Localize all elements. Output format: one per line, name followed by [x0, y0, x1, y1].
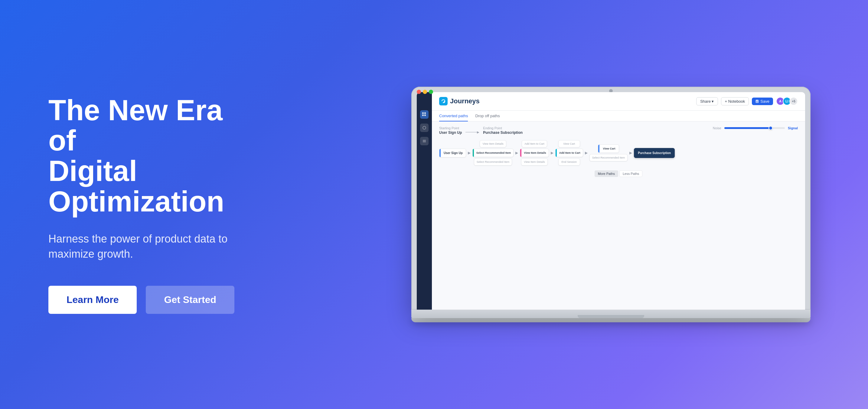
sidebar-icon-2[interactable]: [420, 137, 429, 145]
laptop-base: [411, 310, 810, 318]
flow-node-end: Purchase Subscription: [634, 148, 675, 158]
node-select-recommended: Select Recommended Item: [472, 148, 514, 157]
hero-left-content: The New Era of Digital Optimization Harn…: [49, 95, 245, 314]
flow-node-1: User Sign Up: [439, 148, 466, 158]
hero-subtitle: Harness the power of product data to max…: [49, 231, 245, 262]
arrow-1: ▶: [468, 151, 471, 155]
ending-point-group: Ending Point Purchase Subscription: [483, 126, 523, 135]
starting-point-value: User Sign Up: [439, 131, 462, 135]
noise-slider[interactable]: [724, 127, 785, 129]
learn-more-button[interactable]: Learn More: [49, 286, 137, 314]
node-view-item-details: View Item Details: [520, 148, 549, 157]
node-add-item-to-cart: Add Item to Cart: [555, 148, 583, 157]
avatar-group: A LI +5: [776, 97, 798, 105]
node-alt-add-to-cart: Add Item to Cart: [522, 140, 547, 147]
avatar-count: +5: [789, 97, 798, 105]
laptop-screen-inner: Journeys Share ▾ + Notebook Sa: [417, 92, 805, 310]
node-alt-select-recommended-3: Select Recommended Item: [589, 154, 628, 161]
flow-column-4: View Cart Add Item to Cart End Session: [555, 140, 583, 166]
flow-column-5: View Cart Select Recommended Item: [589, 144, 628, 161]
svg-rect-0: [422, 112, 424, 114]
share-button[interactable]: Share ▾: [696, 97, 718, 105]
svg-rect-5: [756, 100, 757, 101]
path-buttons: More Paths Less Paths: [439, 170, 798, 177]
arrow-3: ▶: [551, 151, 554, 155]
path-arrow: ▶: [465, 126, 479, 134]
sidebar-icon-active[interactable]: [420, 110, 429, 119]
more-paths-button[interactable]: More Paths: [595, 170, 618, 177]
starting-point-label: Starting Point: [439, 126, 462, 130]
laptop: Journeys Share ▾ + Notebook Sa: [411, 87, 810, 322]
app-sidebar: [417, 92, 432, 310]
cta-buttons: Learn More Get Started: [49, 286, 245, 314]
ending-point-label: Ending Point: [483, 126, 523, 130]
journey-meta: Starting Point User Sign Up ▶ Ending Poi…: [439, 126, 798, 135]
arrow-5: ▶: [629, 151, 632, 155]
node-alt-view-cart: View Cart: [558, 140, 580, 147]
logo-name: Journeys: [450, 97, 480, 105]
save-button[interactable]: Save: [752, 98, 773, 105]
logo-icon: [439, 97, 447, 105]
node-alt-view-item: View Item Details: [480, 140, 506, 147]
hero-title: The New Era of Digital Optimization: [49, 95, 245, 217]
app-tabs: Converted paths Drop off paths: [432, 110, 805, 122]
flow-column-2: View Item Details Select Recommended Ite…: [472, 140, 514, 166]
flow-column-3: Add Item to Cart View Item Details View …: [520, 140, 549, 166]
laptop-mockup: Journeys Share ▾ + Notebook Sa: [402, 61, 819, 348]
journey-content: Starting Point User Sign Up ▶ Ending Poi…: [432, 122, 805, 310]
laptop-screen-outer: Journeys Share ▾ + Notebook Sa: [411, 87, 810, 310]
node-user-sign-up: User Sign Up: [439, 148, 466, 158]
app-logo: Journeys: [439, 97, 480, 105]
node-purchase-subscription: Purchase Subscription: [634, 148, 675, 158]
app-main: Journeys Share ▾ + Notebook Sa: [432, 92, 805, 310]
svg-rect-3: [424, 114, 426, 116]
tab-drop-off-paths[interactable]: Drop off paths: [475, 110, 500, 121]
svg-rect-6: [756, 101, 758, 102]
svg-point-4: [423, 126, 426, 129]
less-paths-button[interactable]: Less Paths: [619, 170, 642, 177]
slider-thumb[interactable]: [769, 126, 773, 130]
arrow-2: ▶: [515, 151, 518, 155]
notebook-button[interactable]: + Notebook: [721, 97, 749, 105]
sidebar-icon-1[interactable]: [420, 124, 429, 132]
svg-rect-2: [422, 114, 424, 116]
traffic-lights: [417, 90, 433, 94]
signal-label: Signal: [788, 126, 798, 130]
minimize-icon: [423, 90, 427, 94]
app-ui: Journeys Share ▾ + Notebook Sa: [417, 92, 805, 310]
starting-point-group: Starting Point User Sign Up: [439, 126, 462, 135]
laptop-foot: [411, 318, 810, 322]
close-icon: [417, 90, 421, 94]
noise-label: Noise: [713, 126, 721, 130]
hero-section: The New Era of Digital Optimization Harn…: [0, 0, 868, 409]
topbar-actions: Share ▾ + Notebook Save A: [696, 97, 798, 105]
get-started-button[interactable]: Get Started: [146, 286, 234, 314]
node-alt-select-recommended-2: Select Recommended Item: [474, 158, 512, 166]
flow-diagram: User Sign Up ▶ View Item Details: [439, 138, 798, 168]
ending-point-value: Purchase Subscription: [483, 131, 523, 135]
tab-converted-paths[interactable]: Converted paths: [439, 110, 468, 121]
node-view-cart: View Cart: [598, 144, 619, 153]
noise-signal-control: Noise Signal: [713, 126, 798, 130]
app-topbar: Journeys Share ▾ + Notebook Sa: [432, 92, 805, 110]
svg-rect-1: [424, 112, 426, 114]
arrow-4: ▶: [585, 151, 588, 155]
save-icon: [755, 99, 759, 103]
node-alt-end-session: End Session: [558, 158, 580, 166]
maximize-icon: [429, 90, 433, 94]
node-alt-view-item-2: View Item Details: [521, 158, 548, 166]
